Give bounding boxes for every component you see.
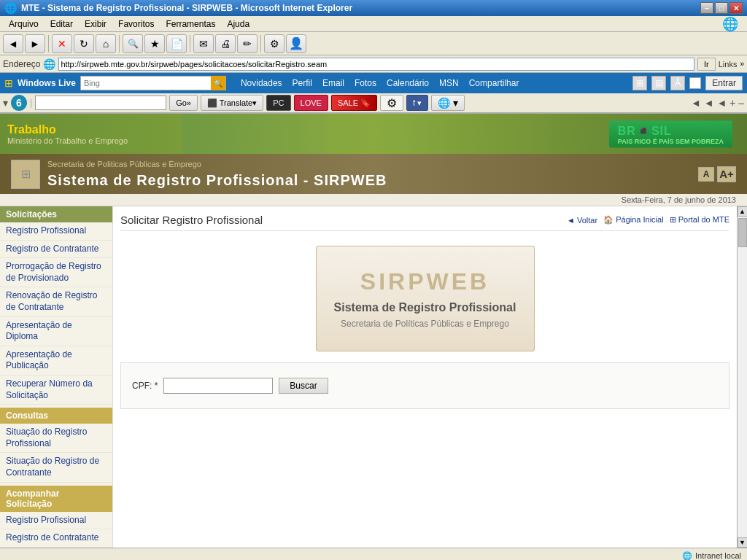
minimize-button[interactable]: – [700, 2, 713, 14]
restore-button[interactable]: □ [715, 2, 728, 14]
live-icon3[interactable]: Å [670, 76, 685, 90]
date-bar: Sexta-Feira, 7 de junho de 2013 [0, 194, 747, 206]
page-title-bar: Solicitar Registro Profissional ◄ Voltar… [120, 214, 729, 231]
buscar-button[interactable]: Buscar [279, 378, 328, 394]
font-large-button[interactable]: A+ [717, 166, 736, 182]
sidebar-item-situacao-registro[interactable]: Situação do Registro Profissional [0, 424, 112, 453]
plugin-pc-button[interactable]: PC [266, 95, 290, 111]
sidebar-item-renovacao[interactable]: Renovação de Registro de Contratante [0, 287, 112, 316]
scroll-thumb[interactable] [738, 218, 747, 247]
home-page-link[interactable]: 🏠 Página Inicial [603, 215, 664, 225]
plugin-circle: 6 [11, 95, 27, 111]
menu-favoritos[interactable]: Favoritos [112, 18, 160, 31]
search-button[interactable]: 🔍 [123, 34, 143, 53]
live-nav-novidades[interactable]: Novidades [236, 77, 287, 90]
address-bar: Endereço 🌐 Ir Links » [0, 55, 747, 73]
toolbar-sep1 [48, 35, 49, 52]
mail-button[interactable]: ✉ [193, 34, 214, 53]
status-zone: 🌐 Intranet local [682, 551, 741, 560]
toolbar-sep3 [190, 35, 190, 52]
live-nav: Novidades Perfil Email Fotos Calendário … [236, 77, 524, 90]
plugin-facebook-button[interactable]: f ▾ [406, 95, 428, 111]
live-icon2[interactable]: ▤ [651, 76, 666, 90]
live-checkbox[interactable] [689, 77, 701, 89]
menu-bar: Arquivo Editar Exibir Favoritos Ferramen… [0, 16, 747, 32]
plugin-bar: ▾ 6 | Go» ⬛ Translate▾ PC LOVE SALE 🔖 ⚙ … [0, 93, 747, 114]
ie-logo: 🌐 [716, 15, 744, 34]
live-search-input[interactable] [81, 79, 211, 88]
sidebar-item-prorrogacao[interactable]: Prorrogação de Registro de Provisionado [0, 258, 112, 287]
nav-links: ◄ Voltar 🏠 Página Inicial ⊞ Portal do MT… [567, 215, 729, 225]
plugin-extra-controls: ◄ ◄ ◄ + – [691, 97, 744, 109]
live-search-button[interactable]: 🔍 [211, 76, 225, 90]
edit-button[interactable]: ✏ [237, 34, 258, 53]
sidebar-item-registro-contratante[interactable]: Registro de Contratante [0, 241, 112, 259]
font-normal-button[interactable]: A [698, 167, 714, 182]
date-text: Sexta-Feira, 7 de junho de 2013 [622, 195, 736, 204]
scroll-down-arrow[interactable]: ▼ [738, 537, 748, 548]
menu-exibir[interactable]: Exibir [79, 18, 112, 31]
cpf-input[interactable] [163, 378, 273, 394]
forward-button[interactable]: ► [25, 34, 45, 53]
sidebar-item-publicacao[interactable]: Apresentação de Publicação [0, 346, 112, 376]
sidebar-section-solicitacoes: Solicitações [0, 206, 112, 222]
live-nav-perfil[interactable]: Perfil [288, 77, 317, 90]
plugin-gear-button[interactable]: ⚙ [380, 95, 403, 111]
live-nav-calendario[interactable]: Calendário [382, 77, 433, 90]
live-search-wrap[interactable]: 🔍 [80, 76, 226, 90]
live-nav-email[interactable]: Email [318, 77, 349, 90]
plugin-go-button[interactable]: Go» [169, 95, 198, 111]
header-image [182, 114, 328, 154]
live-nav-msn[interactable]: MSN [435, 77, 463, 90]
sidebar-item-acomp-registro[interactable]: Registro Profissional [0, 512, 112, 530]
refresh-button[interactable]: ↻ [74, 34, 94, 53]
sidebar-item-situacao-contratante[interactable]: Situação do Registro de Contratante [0, 453, 112, 482]
stop-button[interactable]: ✕ [52, 34, 72, 53]
menu-editar[interactable]: Editar [44, 18, 79, 31]
favorites-button[interactable]: ★ [144, 34, 165, 53]
live-bar: ⊞ Windows Live 🔍 Novidades Perfil Email … [0, 73, 747, 93]
windows-live-logo: Windows Live [18, 78, 76, 88]
plugin-sale-button[interactable]: SALE 🔖 [331, 95, 377, 111]
sirpweb-card: SIRPWEB Sistema de Registro Profissional… [316, 246, 535, 351]
menu-arquivo[interactable]: Arquivo [3, 18, 44, 31]
tools-button[interactable]: ⚙ [264, 34, 285, 53]
home-button[interactable]: ⌂ [96, 34, 116, 53]
scrollbar[interactable]: ▲ ▼ [737, 206, 747, 548]
sirpweb-desc: Secretaria de Políticas Públicas e Empre… [331, 319, 519, 329]
address-go-button[interactable]: Ir [697, 58, 716, 71]
links-chevron-icon[interactable]: » [740, 60, 744, 68]
address-input[interactable] [61, 60, 692, 69]
back-link[interactable]: ◄ Voltar [567, 215, 597, 225]
cpf-row: CPF: * Buscar [132, 378, 718, 394]
main-content: Solicitar Registro Profissional ◄ Voltar… [113, 206, 737, 548]
brasil-logo: BR◾SIL PAIS RICO É PAÍS SEM POBREZA [609, 120, 732, 147]
portal-link[interactable]: ⊞ Portal do MTE [670, 215, 729, 225]
sidebar-item-registro-profissional[interactable]: Registro Profissional [0, 222, 112, 241]
sidebar-item-acomp-contratante[interactable]: Registro de Contratante [0, 529, 112, 548]
live-entrar-button[interactable]: Entrar [705, 76, 743, 90]
plugin-input-wrap[interactable] [35, 96, 166, 110]
plugin-love-button[interactable]: LOVE [294, 95, 328, 111]
sidebar: Solicitações Registro Profissional Regis… [0, 206, 113, 548]
menu-ajuda[interactable]: Ajuda [221, 18, 255, 31]
scroll-up-arrow[interactable]: ▲ [738, 206, 748, 217]
address-input-wrap[interactable] [58, 58, 694, 71]
plugin-translate-button[interactable]: ⬛ Translate▾ [201, 95, 263, 111]
plugin-globe-button[interactable]: 🌐 ▾ [431, 95, 465, 111]
live-nav-fotos[interactable]: Fotos [350, 77, 381, 90]
sidebar-item-recuperar[interactable]: Recuperar Número da Solicitação [0, 376, 112, 405]
live-nav-compartilhar[interactable]: Compartilhar [465, 77, 524, 90]
print-button[interactable]: 🖨 [215, 34, 236, 53]
sidebar-item-diploma[interactable]: Apresentação de Diploma [0, 317, 112, 346]
plugin-search-input[interactable] [36, 98, 166, 107]
sub-header-text: Secretaria de Politicas Públicas e Empre… [47, 159, 387, 189]
live-icon1[interactable]: ⊞ [632, 76, 647, 90]
close-button[interactable]: ✕ [729, 2, 743, 14]
menu-ferramentas[interactable]: Ferramentas [160, 18, 221, 31]
sirpweb-subtitle: Sistema de Registro Profissional [331, 301, 519, 314]
ie-icon: 🌐 [4, 2, 17, 14]
history-button[interactable]: 📄 [166, 34, 187, 53]
back-button[interactable]: ◄ [3, 34, 23, 53]
research-button[interactable]: 👤 [286, 34, 306, 53]
